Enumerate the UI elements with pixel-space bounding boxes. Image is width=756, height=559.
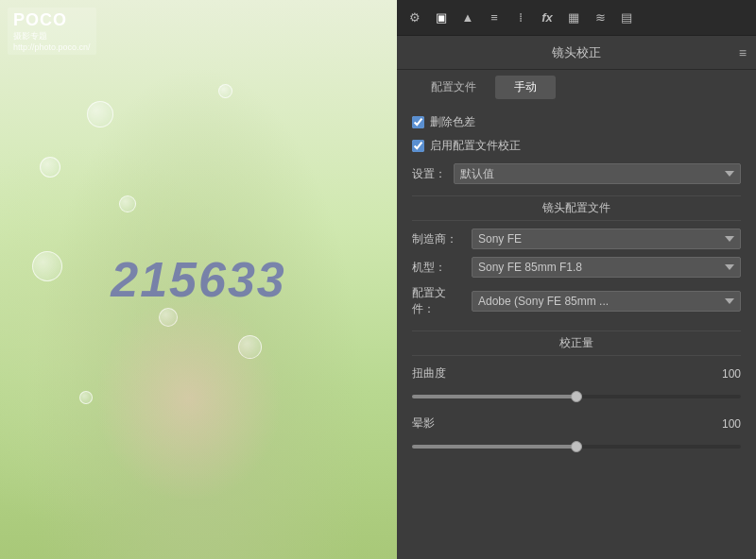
distortion-slider[interactable]: [412, 395, 741, 398]
tab-manual[interactable]: 手动: [495, 76, 556, 99]
profile-label: 配置文件：: [412, 285, 464, 317]
checkbox-remove-aberration[interactable]: [412, 116, 424, 128]
poco-logo-text: POCO: [13, 10, 91, 30]
photo-panel: POCO 摄影专题 http://photo.poco.cn/ 215633: [0, 0, 397, 559]
bubble-6: [218, 84, 232, 98]
panel-content: 删除色差 启用配置文件校正 设置： 默认值 镜头配置文件 制造商： Sony F…: [397, 105, 756, 559]
model-select[interactable]: Sony FE 85mm F1.8: [472, 257, 741, 278]
toolbar: ⚙ ▣ ▲ ≡ ⁞ fx ▦ ≋ ▤: [397, 0, 756, 36]
toolbar-list-icon[interactable]: ≡: [484, 8, 505, 28]
panel-title: 镜头校正: [552, 44, 601, 61]
vignette-slider-row: 晕影 100: [412, 415, 741, 452]
right-panel: ⚙ ▣ ▲ ≡ ⁞ fx ▦ ≋ ▤ 镜头校正 ≡ 配置文件 手动 删除色差 启…: [397, 0, 756, 559]
bubble-4: [32, 251, 62, 281]
checkbox-enable-profile[interactable]: [412, 140, 424, 152]
lens-profile-header: 镜头配置文件: [412, 195, 741, 221]
distortion-slider-header: 扭曲度 100: [412, 365, 741, 381]
poco-logo-url: http://photo.poco.cn/: [13, 42, 91, 52]
correction-header: 校正量: [412, 330, 741, 356]
toolbar-histogram-icon[interactable]: ▲: [457, 8, 478, 28]
distortion-label: 扭曲度: [412, 365, 446, 381]
profile-select[interactable]: Adobe (Sony FE 85mm ...: [472, 291, 741, 312]
manufacturer-row: 制造商： Sony FE: [412, 229, 741, 249]
checkbox-label-1: 删除色差: [430, 114, 475, 130]
checkbox-label-2: 启用配置文件校正: [430, 138, 521, 154]
distortion-slider-row: 扭曲度 100: [412, 365, 741, 402]
vignette-label: 晕影: [412, 415, 435, 432]
watermark: 215633: [111, 251, 286, 308]
distortion-value: 100: [722, 367, 741, 381]
poco-logo: POCO 摄影专题 http://photo.poco.cn/: [8, 8, 96, 55]
bubble-2: [40, 157, 60, 178]
vignette-slider-header: 晕影 100: [412, 415, 741, 432]
manufacturer-label: 制造商：: [412, 231, 464, 247]
toolbar-columns-icon[interactable]: ⁞: [510, 8, 531, 28]
toolbar-settings-icon[interactable]: ⚙: [404, 8, 425, 28]
toolbar-table-icon[interactable]: ▦: [563, 8, 584, 28]
manufacturer-select[interactable]: Sony FE: [472, 229, 741, 249]
panel-title-bar: 镜头校正 ≡: [397, 36, 756, 70]
tab-profile[interactable]: 配置文件: [412, 76, 495, 99]
settings-select[interactable]: 默认值: [454, 163, 741, 184]
toolbar-adjust-icon[interactable]: ≋: [590, 8, 610, 28]
slider-section: 扭曲度 100 晕影 100: [412, 365, 741, 452]
model-label: 机型：: [412, 260, 464, 276]
model-row: 机型： Sony FE 85mm F1.8: [412, 257, 741, 278]
vignette-slider[interactable]: [412, 445, 741, 449]
profile-row: 配置文件： Adobe (Sony FE 85mm ...: [412, 285, 741, 317]
bubble-1: [87, 101, 113, 127]
toolbar-grid-icon[interactable]: ▣: [431, 8, 452, 28]
checkbox-row-1: 删除色差: [412, 114, 741, 130]
settings-row: 设置： 默认值: [412, 163, 741, 184]
poco-logo-sub: 摄影专题: [13, 30, 91, 42]
panel-menu-button[interactable]: ≡: [739, 45, 747, 60]
checkbox-row-2: 启用配置文件校正: [412, 138, 741, 154]
hand-area: [94, 295, 284, 502]
settings-label: 设置：: [412, 166, 446, 182]
vignette-value: 100: [722, 417, 741, 431]
toolbar-export-icon[interactable]: ▤: [616, 8, 637, 28]
toolbar-fx-icon[interactable]: fx: [537, 8, 558, 28]
tabs-row: 配置文件 手动: [397, 70, 756, 105]
